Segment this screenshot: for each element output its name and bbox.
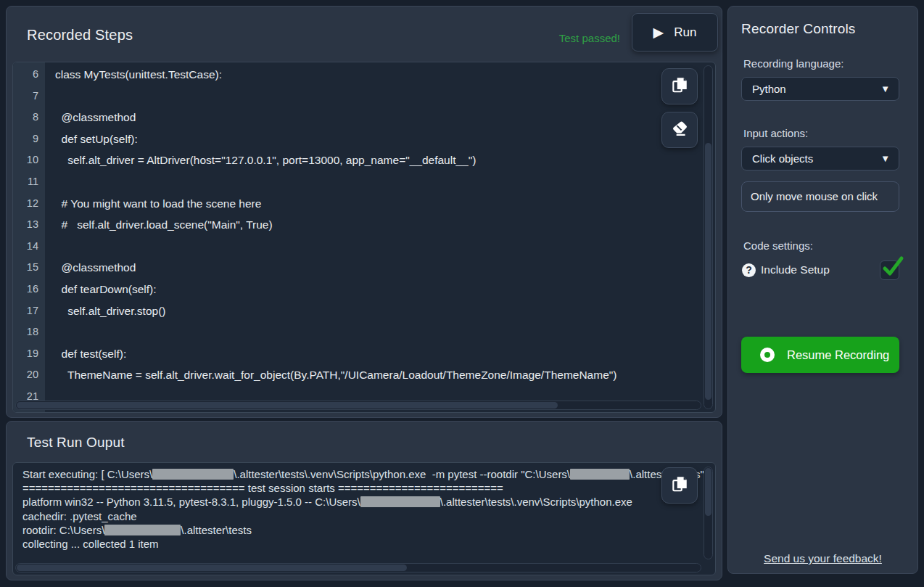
chevron-down-icon: ▼ (880, 153, 899, 164)
copy-code-button[interactable] (661, 68, 698, 104)
recorded-steps-title: Recorded Steps (27, 27, 133, 44)
redaction-box (570, 469, 630, 480)
copy-icon (670, 75, 689, 97)
line-number: 13 (13, 214, 45, 236)
line-number: 19 (13, 343, 45, 365)
test-run-output-panel: Test Run Ouput Start executing: [ C:\Use… (6, 421, 722, 580)
redaction-box (360, 496, 440, 507)
console-horizontal-scrollbar[interactable] (15, 563, 701, 572)
checkmark-icon (880, 255, 904, 279)
code-line: 16 def tearDown(self): (13, 279, 715, 300)
input-actions-dropdown[interactable]: Click objects ▼ (741, 147, 899, 171)
console-line: platform win32 -- Python 3.11.5, pytest-… (22, 495, 693, 509)
code-line: 8 @classmethod (13, 107, 715, 128)
code-line: 13 # self.alt_driver.load_scene("Main", … (13, 214, 715, 236)
code-line: 19 def test(self): (13, 343, 715, 365)
include-setup-row: ? Include Setup (741, 260, 899, 281)
line-number: 14 (13, 236, 45, 258)
code-text: def setUp(self): (45, 128, 138, 150)
run-button[interactable]: ▶ Run (632, 13, 718, 52)
console-horizontal-scrollbar-thumb[interactable] (17, 565, 407, 571)
code-text (45, 171, 55, 193)
code-line: 14 (13, 236, 715, 258)
recorder-controls-title: Recorder Controls (741, 21, 856, 37)
line-number: 6 (13, 64, 45, 86)
redaction-box (104, 525, 181, 535)
line-number: 10 (13, 149, 45, 171)
copy-icon (670, 475, 689, 496)
line-number: 16 (13, 279, 45, 300)
console-line: =================================== test… (22, 481, 693, 495)
resume-recording-label: Resume Recording (787, 348, 889, 362)
console-line: rootdir: C:\Users\\.alttester\tests (22, 523, 693, 537)
code-text (45, 236, 55, 258)
clear-code-button[interactable] (661, 112, 698, 148)
line-number: 15 (13, 257, 45, 279)
console-output[interactable]: Start executing: [ C:\Users\\.alttester\… (12, 462, 716, 575)
test-run-output-title: Test Run Ouput (27, 435, 125, 451)
code-line: 7 (13, 86, 715, 107)
line-number: 8 (13, 107, 45, 128)
console-line: cachedir: .pytest_cache (22, 509, 693, 523)
code-line: 11 (13, 171, 715, 193)
copy-output-button[interactable] (661, 467, 698, 504)
code-text: @classmethod (45, 107, 136, 128)
code-line: 12 # You might want to load the scene he… (13, 193, 715, 215)
line-number: 11 (13, 171, 45, 193)
code-line: 9 def setUp(self): (13, 128, 715, 150)
test-status-text: Test passed! (559, 32, 620, 44)
code-vertical-scrollbar-thumb[interactable] (705, 143, 711, 400)
console-vertical-scrollbar-thumb[interactable] (705, 468, 711, 516)
code-line: 18 (13, 321, 715, 343)
recording-language-value: Python (742, 83, 880, 95)
code-text: self.alt_driver.stop() (45, 300, 165, 322)
line-number: 20 (13, 364, 45, 386)
help-question-icon[interactable]: ? (742, 263, 756, 277)
include-setup-label: Include Setup (761, 263, 830, 276)
line-number: 17 (13, 300, 45, 322)
code-settings-label: Code settings: (743, 239, 813, 252)
mouse-mode-button[interactable]: Only move mouse on click (741, 181, 899, 212)
app-window: Recorded Steps Test passed! ▶ Run 6class… (0, 0, 924, 587)
code-editor[interactable]: 6class MyTests(unittest.TestCase):78 @cl… (12, 62, 716, 413)
code-horizontal-scrollbar-thumb[interactable] (17, 402, 558, 409)
code-text (45, 86, 55, 107)
mouse-mode-button-label: Only move mouse on click (751, 190, 878, 203)
code-horizontal-scrollbar[interactable] (15, 401, 701, 410)
code-line: 6class MyTests(unittest.TestCase): (13, 64, 715, 86)
code-text: def tearDown(self): (45, 279, 157, 300)
console-line: Start executing: [ C:\Users\\.alttester\… (22, 467, 693, 481)
code-vertical-scrollbar[interactable] (704, 65, 713, 409)
input-actions-label: Input actions: (743, 127, 808, 139)
recording-language-dropdown[interactable]: Python ▼ (741, 77, 899, 101)
chevron-down-icon: ▼ (880, 83, 899, 94)
line-number: 18 (13, 321, 45, 343)
console-vertical-scrollbar[interactable] (704, 467, 713, 559)
recording-language-label: Recording language: (743, 57, 843, 70)
code-line: 10 self.alt_driver = AltDriver(host="127… (13, 149, 715, 171)
code-text: def test(self): (45, 343, 126, 365)
resume-recording-button[interactable]: Resume Recording (741, 337, 899, 373)
line-number: 12 (13, 193, 45, 215)
input-actions-value: Click objects (742, 152, 880, 165)
code-line: 15 @classmethod (13, 257, 715, 279)
code-text: # self.alt_driver.load_scene("Main", Tru… (45, 214, 273, 236)
feedback-link[interactable]: Send us your feedback! (728, 552, 917, 565)
code-text: class MyTests(unittest.TestCase): (45, 64, 222, 86)
code-text (45, 321, 55, 343)
console-line: collecting ... collected 1 item (22, 537, 693, 551)
record-icon (760, 348, 775, 362)
code-line: 20 ThemeName = self.alt_driver.wait_for_… (13, 364, 715, 386)
code-lines: 6class MyTests(unittest.TestCase):78 @cl… (13, 64, 715, 408)
line-number: 9 (13, 128, 45, 150)
code-text: # You might want to load the scene here (45, 193, 261, 215)
console-lines: Start executing: [ C:\Users\\.alttester\… (22, 467, 693, 551)
redaction-box (152, 469, 234, 480)
code-line: 17 self.alt_driver.stop() (13, 300, 715, 322)
eraser-icon (670, 119, 689, 141)
line-number: 7 (13, 86, 45, 107)
recorder-controls-panel: Recorder Controls Recording language: Py… (727, 6, 918, 574)
code-text: @classmethod (45, 257, 136, 279)
include-setup-checkbox[interactable] (880, 260, 899, 280)
code-text: ThemeName = self.alt_driver.wait_for_obj… (45, 364, 616, 386)
